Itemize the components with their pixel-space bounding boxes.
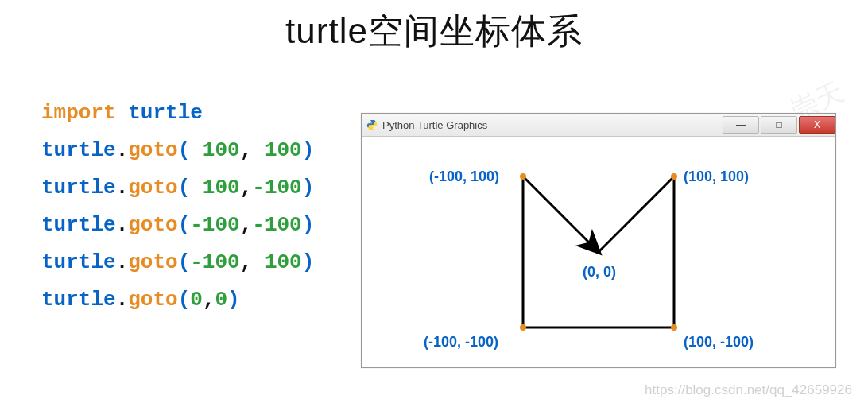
window-titlebar[interactable]: Python Turtle Graphics — □ X	[362, 114, 835, 137]
watermark-url: https://blog.csdn.net/qq_42659926	[645, 382, 852, 398]
svg-point-0	[370, 121, 371, 122]
turtle-canvas: (-100, 100) (100, 100) (-100, -100) (100…	[362, 137, 835, 367]
module-name: turtle	[128, 101, 203, 125]
code-block: import turtle turtle.goto( 100, 100) tur…	[41, 95, 314, 319]
code-line: turtle.goto( 100, 100)	[41, 132, 314, 169]
code-line: turtle.goto( 100,-100)	[41, 169, 314, 207]
svg-point-6	[520, 173, 526, 180]
svg-point-1	[373, 128, 374, 129]
svg-point-3	[671, 173, 677, 180]
keyword-import: import	[41, 101, 116, 125]
coord-label-bl: (-100, -100)	[424, 334, 498, 351]
code-line-import: import turtle	[41, 95, 314, 132]
turtle-window: Python Turtle Graphics — □ X (-100, 100)…	[361, 113, 836, 368]
coord-label-tr: (100, 100)	[684, 169, 749, 185]
coord-label-tl: (-100, 100)	[429, 169, 499, 185]
code-line: turtle.goto(0,0)	[41, 281, 314, 319]
svg-line-2	[523, 176, 594, 247]
python-icon	[366, 119, 378, 130]
code-line: turtle.goto(-100, 100)	[41, 244, 314, 281]
minimize-button[interactable]: —	[723, 116, 759, 134]
coord-label-center: (0, 0)	[583, 264, 616, 281]
window-title: Python Turtle Graphics	[382, 119, 487, 131]
page-title: turtle空间坐标体系	[0, 8, 868, 55]
svg-point-4	[671, 324, 677, 331]
maximize-button[interactable]: □	[761, 116, 797, 134]
svg-point-5	[520, 324, 526, 331]
code-line: turtle.goto(-100,-100)	[41, 207, 314, 244]
coord-label-br: (100, -100)	[684, 334, 754, 351]
